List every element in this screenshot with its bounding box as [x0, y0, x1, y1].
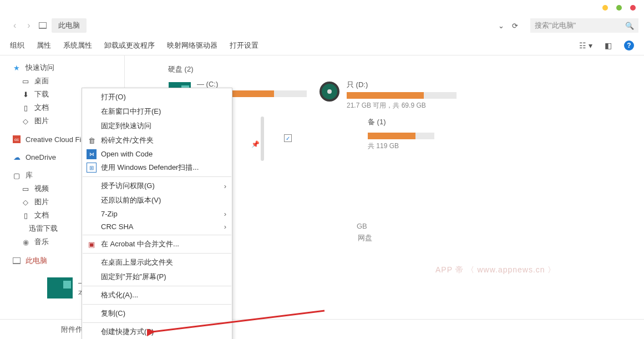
- shredder-icon: 🗑: [87, 135, 97, 145]
- ctx-open[interactable]: 打开(O): [82, 90, 232, 104]
- separator: [83, 322, 231, 323]
- pictures-icon: ◇: [21, 198, 30, 206]
- ctx-open-code[interactable]: ⋈Open with Code: [82, 148, 232, 160]
- dropdown-icon[interactable]: ⌄: [498, 22, 504, 30]
- ctx-defender[interactable]: ⊞使用 Windows Defender扫描...: [82, 160, 232, 175]
- ctx-pin-start[interactable]: 固定到"开始"屏幕(P): [82, 270, 232, 284]
- defender-icon: ⊞: [87, 163, 97, 173]
- back-icon[interactable]: ‹: [10, 19, 19, 32]
- drive-d-size: 21.7 GB 可用，共 69.9 GB: [347, 101, 457, 110]
- ctx-acrobat[interactable]: ▣在 Acrobat 中合并文件...: [82, 237, 232, 251]
- ctx-show-desktop[interactable]: 在桌面上显示此文件夹: [82, 255, 232, 270]
- search-input[interactable]: 搜索"此电脑" 🔍: [530, 18, 638, 33]
- drive-os-icon: [47, 277, 73, 298]
- vscode-icon: ⋈: [87, 149, 97, 159]
- drive-checkbox[interactable]: ✓: [284, 134, 292, 142]
- minimize-dot[interactable]: [602, 5, 608, 11]
- devices-header: 备 (1): [368, 117, 633, 127]
- search-icon[interactable]: 🔍: [625, 22, 634, 30]
- pictures-icon: ◇: [21, 117, 30, 125]
- chevron-right-icon: ›: [224, 182, 226, 190]
- opensettings-button[interactable]: 打开设置: [230, 41, 258, 50]
- help-icon[interactable]: ?: [624, 41, 634, 50]
- device-row: 共 119 GB: [368, 133, 633, 151]
- document-icon: ▯: [21, 211, 30, 220]
- view-options-icon[interactable]: ☷ ▾: [579, 41, 592, 50]
- scrollbar[interactable]: [261, 117, 264, 161]
- pane-icon[interactable]: ◧: [605, 41, 612, 50]
- ctx-shortcut[interactable]: 创建快捷方式(S): [82, 325, 232, 339]
- drive-row: — (C:) 共 116 GB 只 (D:) 21.7 GB 可用，共 69.9…: [168, 80, 633, 110]
- download-icon: ⬇: [21, 90, 30, 99]
- footer-text: 附件作: [61, 325, 83, 335]
- ctx-open-newwin[interactable]: 在新窗口中打开(E): [82, 104, 232, 119]
- title-bar: [0, 0, 644, 16]
- sysprops-button[interactable]: 系统属性: [63, 41, 92, 50]
- separator: [83, 304, 231, 305]
- video-icon: ▭: [21, 184, 30, 193]
- sidebar-quick-access[interactable]: ★快速访问: [0, 61, 124, 74]
- ctx-restore[interactable]: 还原以前的版本(V): [82, 193, 232, 208]
- disks-header: 硬盘 (2): [168, 64, 633, 74]
- forward-icon[interactable]: ›: [24, 19, 33, 32]
- separator: [83, 253, 231, 254]
- monitor-icon: [12, 256, 21, 265]
- drive-hdd-icon: [318, 80, 341, 103]
- separator: [83, 286, 231, 286]
- drive-c-name: — (C:): [197, 80, 307, 88]
- ctx-copy[interactable]: 复制(C): [82, 306, 232, 321]
- watermark: APP 帝 〈 www.appnews.cn 〉: [435, 265, 556, 275]
- ctx-shred[interactable]: 🗑粉碎文件/文件夹: [82, 133, 232, 148]
- document-icon: ▯: [21, 103, 30, 112]
- breadcrumb-label[interactable]: 此电脑: [52, 18, 87, 33]
- cc-icon: cc: [12, 135, 21, 144]
- drive-d[interactable]: 只 (D:) 21.7 GB 可用，共 69.9 GB: [318, 80, 457, 110]
- ctx-7zip[interactable]: 7-Zip›: [82, 208, 232, 220]
- organize-button[interactable]: 组织: [10, 41, 24, 50]
- star-icon: ★: [12, 63, 21, 72]
- refresh-icon[interactable]: ⟳: [509, 21, 521, 31]
- mapdrive-button[interactable]: 映射网络驱动器: [167, 41, 217, 50]
- music-icon: ◉: [21, 237, 30, 246]
- ctx-pin-quick[interactable]: 固定到快速访问: [82, 119, 232, 133]
- uninstall-button[interactable]: 卸载或更改程序: [104, 41, 155, 50]
- ctx-crc[interactable]: CRC SHA›: [82, 220, 232, 233]
- maximize-dot[interactable]: [616, 5, 622, 11]
- library-icon: ▢: [12, 171, 21, 180]
- toolbar: 组织 属性 系统属性 卸载或更改程序 映射网络驱动器 打开设置 ☷ ▾ ◧ ?: [0, 36, 644, 55]
- folder-icon: ▭: [21, 77, 30, 85]
- drive-d-name: 只 (D:): [347, 80, 457, 90]
- properties-button[interactable]: 属性: [37, 41, 51, 50]
- search-placeholder: 搜索"此电脑": [535, 21, 625, 31]
- drive-e-size: 共 119 GB: [368, 141, 434, 151]
- pin-icon: 📌: [251, 140, 260, 148]
- chevron-right-icon: ›: [224, 222, 226, 231]
- context-menu: 打开(O) 在新窗口中打开(E) 固定到快速访问 🗑粉碎文件/文件夹 ⋈Open…: [82, 88, 232, 339]
- nav-row: ‹ › 此电脑 ⌄ ⟳ 搜索"此电脑" 🔍: [0, 16, 644, 36]
- sidebar-desktop[interactable]: ▭桌面: [0, 74, 124, 88]
- chevron-right-icon: ›: [224, 210, 226, 218]
- separator: [83, 235, 231, 235]
- close-dot[interactable]: [630, 5, 636, 11]
- separator: [83, 176, 231, 177]
- acrobat-icon: ▣: [87, 239, 97, 249]
- ctx-access[interactable]: 授予访问权限(G)›: [82, 179, 232, 193]
- monitor-icon: [38, 21, 47, 30]
- drive-e-bar: [368, 133, 434, 139]
- onedrive-icon: ☁: [12, 153, 21, 161]
- drive-d-bar: [347, 92, 457, 99]
- drive-e[interactable]: 共 119 GB: [368, 133, 434, 151]
- breadcrumb[interactable]: 此电脑: [52, 18, 87, 33]
- ctx-format[interactable]: 格式化(A)...: [82, 288, 232, 302]
